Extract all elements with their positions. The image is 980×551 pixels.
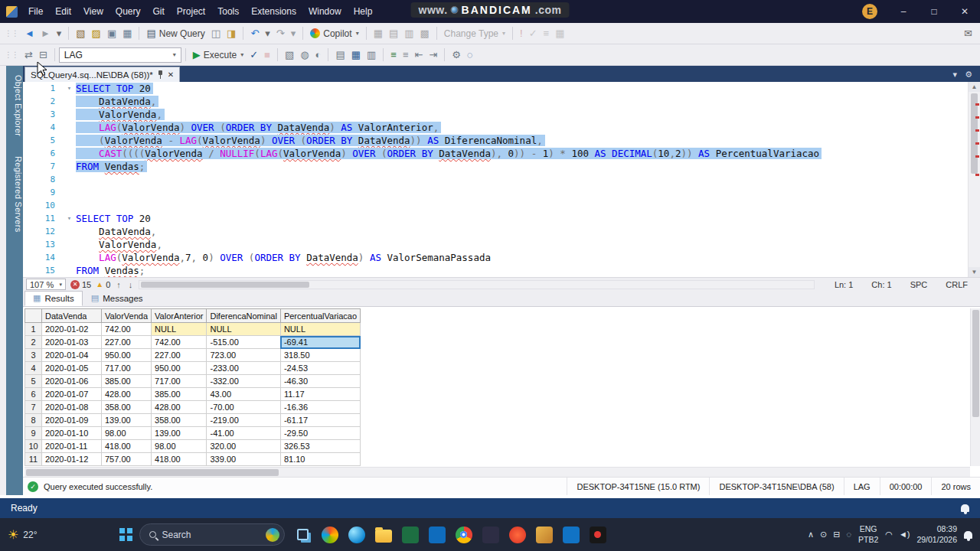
code-line-13[interactable]: 13 ValorVenda, xyxy=(23,238,968,251)
code-line-15[interactable]: 15FROM Vendas; xyxy=(23,264,968,277)
menu-edit[interactable]: Edit xyxy=(49,1,77,22)
store-icon[interactable] xyxy=(429,527,446,543)
hidden-icons-icon[interactable]: ∧ xyxy=(808,530,814,540)
results-to-file-icon-button[interactable]: ▥ xyxy=(364,48,379,61)
copilot-button[interactable]: Copilot▾ xyxy=(307,27,361,41)
query-document-tab[interactable]: SQLQuery4.sq...NE\DBA (58))* ✕ xyxy=(24,67,180,82)
grid-cell[interactable]: 358.00 xyxy=(152,414,207,427)
code-line-10[interactable]: 10 xyxy=(23,199,968,212)
grid-cell[interactable]: 358.00 xyxy=(102,401,152,414)
undo-history-icon-button[interactable]: ▾ xyxy=(262,27,273,40)
grid-cell[interactable]: 326.53 xyxy=(280,440,360,453)
grid-cell[interactable]: 385.00 xyxy=(152,388,207,401)
grid-cell[interactable]: NULL xyxy=(207,323,280,336)
code-line-2[interactable]: 2 DataVenda, xyxy=(23,95,968,108)
open-file-icon-button[interactable]: ▨ xyxy=(89,27,104,40)
row-header-cell[interactable]: 11 xyxy=(25,453,42,466)
grid-cell[interactable]: 757.00 xyxy=(102,453,152,466)
new-project-icon-button[interactable]: ▧ xyxy=(73,27,88,40)
grid-cell[interactable]: 2020-01-04 xyxy=(42,349,102,362)
notifications-bell-icon[interactable] xyxy=(961,504,969,512)
results-to-grid-icon-button[interactable]: ▦ xyxy=(348,48,364,61)
scroll-down-icon[interactable]: ▼ xyxy=(969,267,980,277)
code-line-8[interactable]: 8 xyxy=(23,173,968,186)
grid-cell[interactable]: -515.00 xyxy=(207,336,280,349)
grid-cell[interactable]: 320.00 xyxy=(207,440,280,453)
grid-cell[interactable]: 2020-01-02 xyxy=(42,323,102,336)
row-header-cell[interactable]: 8 xyxy=(25,414,42,427)
code-line-7[interactable]: 7FROM Vendas; xyxy=(23,160,968,173)
save-all-icon-button[interactable]: ▦ xyxy=(119,27,135,40)
grid-cell[interactable]: 428.00 xyxy=(102,388,152,401)
include-actual-plan-icon-button[interactable]: ▧ xyxy=(282,48,297,61)
excel-icon[interactable] xyxy=(402,527,419,543)
grid-cell[interactable]: 81.10 xyxy=(280,453,360,466)
settings-gear-icon[interactable]: ⚙ xyxy=(965,70,972,80)
grid-cell[interactable]: 139.00 xyxy=(102,414,152,427)
warning-count-badge[interactable]: ▲0 xyxy=(96,280,110,289)
increase-indent-icon-button[interactable]: ⇥ xyxy=(426,48,440,61)
grid-cell[interactable]: 98.00 xyxy=(152,440,207,453)
scrollbar-thumb[interactable] xyxy=(141,282,309,288)
row-header-cell[interactable]: 4 xyxy=(25,362,42,375)
error-count-badge[interactable]: ✕15 xyxy=(70,280,91,289)
fold-collapse-icon[interactable]: ▾ xyxy=(63,212,76,225)
dev-tool-icon[interactable] xyxy=(482,527,499,543)
grid-cell[interactable]: 418.00 xyxy=(102,440,152,453)
grid-cell[interactable]: 98.00 xyxy=(102,427,152,440)
feedback-icon-button[interactable]: ✉ xyxy=(961,27,975,40)
grid-cell[interactable]: 43.00 xyxy=(207,388,280,401)
grid-cell[interactable]: 742.00 xyxy=(152,336,207,349)
code-line-14[interactable]: 14 LAG(ValorVenda,7, 0) OVER (ORDER BY D… xyxy=(23,251,968,264)
clock[interactable]: 08:39 29/01/2026 xyxy=(916,524,957,545)
row-header-cell[interactable]: 5 xyxy=(25,375,42,388)
row-header-cell[interactable]: 10 xyxy=(25,440,42,453)
intellisense-enabled-icon-button[interactable]: ◌ xyxy=(464,48,476,61)
menu-file[interactable]: File xyxy=(22,1,49,22)
code-line-4[interactable]: 4 LAG(ValorVenda) OVER (ORDER BY DataVen… xyxy=(23,121,968,134)
user-avatar[interactable]: E xyxy=(862,4,877,19)
column-header-valorvenda[interactable]: ValorVenda xyxy=(102,309,152,323)
code-line-1[interactable]: 1▾SELECT TOP 20 xyxy=(23,82,968,95)
grid-cell[interactable]: -24.53 xyxy=(280,362,360,375)
available-databases-combobox[interactable]: LAG▾ xyxy=(59,47,181,63)
grid-cell[interactable]: 723.00 xyxy=(207,349,280,362)
grid-cell[interactable]: 2020-01-12 xyxy=(42,453,102,466)
copilot-icon[interactable] xyxy=(322,527,338,543)
nav-back-icon-button[interactable]: ◄ xyxy=(21,27,38,40)
previous-issue-button[interactable]: ↑ xyxy=(115,280,122,289)
results-tab[interactable]: ▦Results xyxy=(24,291,83,306)
task-view-icon[interactable] xyxy=(295,527,312,543)
grid-cell[interactable]: 742.00 xyxy=(102,323,152,336)
new-database-engine-query-icon-button[interactable]: ◫ xyxy=(208,27,224,40)
grid-cell[interactable]: -332.00 xyxy=(207,375,280,388)
editor-horizontal-scrollbar[interactable] xyxy=(139,280,815,289)
maximize-button[interactable]: □ xyxy=(919,0,949,23)
grid-cell[interactable]: 227.00 xyxy=(152,349,207,362)
menu-query[interactable]: Query xyxy=(109,1,147,22)
code-line-3[interactable]: 3 ValorVenda, xyxy=(23,108,968,121)
grid-cell[interactable]: 339.00 xyxy=(207,453,280,466)
grid-cell[interactable]: 2020-01-05 xyxy=(42,362,102,375)
row-header-cell[interactable]: 6 xyxy=(25,388,42,401)
row-header-cell[interactable]: 3 xyxy=(25,349,42,362)
grid-cell[interactable]: 2020-01-03 xyxy=(42,336,102,349)
menu-help[interactable]: Help xyxy=(348,1,379,22)
code-line-11[interactable]: 11▾SELECT TOP 20 xyxy=(23,212,968,225)
redo-icon-button[interactable]: ↷ xyxy=(273,27,288,40)
undo-icon-button[interactable]: ↶ xyxy=(247,27,262,40)
scrollbar-thumb[interactable] xyxy=(26,469,279,476)
row-header-cell[interactable]: 1 xyxy=(25,323,42,336)
grid-cell[interactable]: 428.00 xyxy=(152,401,207,414)
row-header-cell[interactable]: 9 xyxy=(25,427,42,440)
menu-extensions[interactable]: Extensions xyxy=(245,1,302,22)
edge-icon[interactable] xyxy=(348,527,365,543)
editor-vertical-scrollbar[interactable]: ▲ ▼ xyxy=(968,82,980,277)
nav-history-icon-button[interactable]: ▾ xyxy=(54,27,65,40)
grid-cell[interactable]: 2020-01-11 xyxy=(42,440,102,453)
results-vertical-scrollbar[interactable] xyxy=(970,308,980,466)
wifi-icon[interactable]: ◠ xyxy=(885,530,893,540)
microphone-icon[interactable]: ◌ xyxy=(846,530,851,540)
nav-forward-icon-button[interactable]: ► xyxy=(38,27,54,40)
uncomment-selection-icon-button[interactable]: ≡ xyxy=(400,48,412,61)
